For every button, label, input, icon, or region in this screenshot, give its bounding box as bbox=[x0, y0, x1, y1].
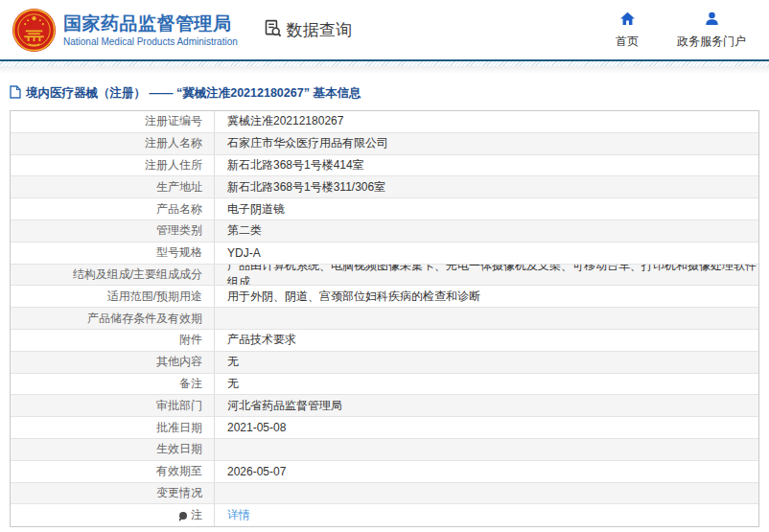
table-row: 注册证编号冀械注准20212180267 bbox=[11, 111, 758, 133]
header-divider-fade bbox=[0, 66, 769, 74]
row-value: 产品技术要求 bbox=[215, 330, 758, 351]
row-label: 其他内容 bbox=[11, 352, 215, 373]
note-icon bbox=[179, 512, 187, 520]
row-value: 新石北路368号1号楼414室 bbox=[215, 155, 758, 176]
user-icon bbox=[704, 11, 720, 31]
nav-home[interactable]: 首页 bbox=[616, 11, 639, 50]
table-row: 结构及组成/主要组成成分产品由计算机系统、电脑视频图像采集卡、光电一体摄像机及支… bbox=[11, 265, 758, 287]
row-value: 河北省药品监督管理局 bbox=[215, 395, 758, 416]
row-label: 附件 bbox=[11, 330, 215, 351]
row-label: 有效期至 bbox=[11, 461, 215, 482]
table-row: 注册人名称石家庄市华众医疗用品有限公司 bbox=[11, 133, 758, 155]
table-row: 有效期至2026-05-07 bbox=[11, 461, 758, 483]
row-value: 用于外阴、阴道、宫颈部位妇科疾病的检查和诊断 bbox=[215, 286, 758, 307]
org-name-en: National Medical Products Administration bbox=[63, 36, 238, 47]
row-label-text: 审批部门 bbox=[156, 398, 202, 414]
row-label: 产品名称 bbox=[11, 198, 215, 220]
row-label-text: 生效日期 bbox=[156, 441, 202, 457]
document-icon bbox=[10, 85, 21, 102]
table-row: 其他内容无 bbox=[11, 352, 758, 374]
table-row: 审批部门河北省药品监督管理局 bbox=[11, 395, 758, 417]
table-row: 变更情况 bbox=[11, 483, 758, 505]
row-label-text: 有效期至 bbox=[156, 463, 202, 479]
row-label: 适用范围/预期用途 bbox=[11, 286, 215, 307]
header-nav: 首页 政务服务门户 bbox=[616, 11, 746, 50]
table-row: 生效日期 bbox=[11, 439, 758, 461]
row-label: 备注 bbox=[11, 374, 215, 395]
row-value: 电子阴道镜 bbox=[215, 198, 758, 220]
row-value: YDJ-A bbox=[215, 243, 758, 264]
row-label-text: 生产地址 bbox=[156, 179, 202, 196]
row-label-text: 注册证编号 bbox=[145, 113, 202, 129]
nav-gov-portal[interactable]: 政务服务门户 bbox=[677, 11, 746, 50]
breadcrumb: 境内医疗器械（注册） —— “冀械注准20212180267” 基本信息 bbox=[10, 83, 759, 103]
row-label-text: 注册人名称 bbox=[145, 135, 202, 151]
row-value: 无 bbox=[215, 352, 758, 373]
national-emblem-icon bbox=[12, 8, 57, 53]
row-label-text: 备注 bbox=[179, 376, 202, 392]
row-label: 生效日期 bbox=[11, 439, 215, 460]
row-value bbox=[215, 483, 758, 504]
org-title-block: 国家药品监督管理局 National Medical Products Admi… bbox=[63, 12, 238, 47]
row-label-text: 附件 bbox=[179, 332, 202, 348]
row-label-text: 批准日期 bbox=[156, 420, 202, 436]
row-value: 2026-05-07 bbox=[215, 461, 758, 482]
row-value bbox=[215, 439, 758, 460]
row-label: 审批部门 bbox=[11, 395, 215, 416]
header-divider-band bbox=[0, 59, 769, 66]
row-label: 注册人住所 bbox=[11, 155, 215, 176]
row-label: 变更情况 bbox=[11, 483, 215, 504]
breadcrumb-text: 境内医疗器械（注册） —— “冀械注准20212180267” 基本信息 bbox=[26, 85, 361, 102]
row-label: 产品储存条件及有效期 bbox=[11, 308, 215, 329]
row-value: 2021-05-08 bbox=[215, 417, 758, 438]
org-name-cn: 国家药品监督管理局 bbox=[63, 12, 238, 35]
row-value: 冀械注准20212180267 bbox=[215, 111, 758, 132]
detail-link[interactable]: 详情 bbox=[227, 507, 250, 523]
row-label: 注 bbox=[11, 504, 215, 526]
row-label-text: 管理类别 bbox=[156, 222, 202, 239]
info-table: 注册证编号冀械注准20212180267注册人名称石家庄市华众医疗用品有限公司注… bbox=[10, 110, 759, 527]
home-icon bbox=[619, 11, 636, 31]
data-query-label: 数据查询 bbox=[287, 19, 352, 41]
table-row: 注详情 bbox=[11, 504, 758, 526]
row-label: 管理类别 bbox=[11, 220, 215, 242]
row-label-text: 注 bbox=[191, 507, 202, 523]
table-row: 型号规格YDJ-A bbox=[11, 243, 758, 265]
data-query-tab[interactable]: 数据查询 bbox=[263, 18, 352, 42]
row-label: 注册人名称 bbox=[11, 133, 215, 154]
row-label-text: 适用范围/预期用途 bbox=[107, 289, 202, 305]
row-label: 结构及组成/主要组成成分 bbox=[11, 265, 215, 286]
row-label: 型号规格 bbox=[11, 243, 215, 264]
row-label-text: 结构及组成/主要组成成分 bbox=[73, 266, 202, 283]
doc-search-icon bbox=[263, 18, 283, 42]
row-value: 第二类 bbox=[215, 220, 758, 242]
table-row: 产品储存条件及有效期 bbox=[11, 308, 758, 330]
table-row: 备注无 bbox=[11, 374, 758, 396]
row-value: 石家庄市华众医疗用品有限公司 bbox=[215, 133, 758, 154]
row-label: 生产地址 bbox=[11, 176, 215, 197]
row-label-text: 其他内容 bbox=[156, 354, 202, 370]
row-value: 无 bbox=[215, 374, 758, 395]
table-row: 生产地址新石北路368号1号楼311/306室 bbox=[11, 176, 758, 198]
table-row: 管理类别第二类 bbox=[11, 220, 758, 243]
row-label-text: 变更情况 bbox=[156, 485, 202, 501]
nav-gov-portal-label: 政务服务门户 bbox=[677, 34, 746, 50]
row-label-text: 型号规格 bbox=[156, 244, 202, 261]
row-value: 新石北路368号1号楼311/306室 bbox=[215, 176, 758, 197]
table-row: 附件产品技术要求 bbox=[11, 330, 758, 352]
table-row: 批准日期2021-05-08 bbox=[11, 417, 758, 439]
table-row: 注册人住所新石北路368号1号楼414室 bbox=[11, 155, 758, 177]
row-value: 产品由计算机系统、电脑视频图像采集卡、光电一体摄像机及支架、可移动台车、打印机和… bbox=[215, 265, 758, 286]
row-value bbox=[215, 308, 758, 329]
table-row: 产品名称电子阴道镜 bbox=[11, 198, 758, 220]
row-label: 批准日期 bbox=[11, 417, 215, 438]
page-header: 国家药品监督管理局 National Medical Products Admi… bbox=[0, 0, 769, 59]
row-label-text: 注册人住所 bbox=[145, 157, 202, 173]
row-value: 详情 bbox=[215, 504, 758, 526]
row-label-text: 产品储存条件及有效期 bbox=[87, 311, 202, 327]
table-row: 适用范围/预期用途用于外阴、阴道、宫颈部位妇科疾病的检查和诊断 bbox=[11, 286, 758, 308]
row-label: 注册证编号 bbox=[11, 111, 215, 132]
row-label-text: 产品名称 bbox=[156, 201, 202, 218]
nav-home-label: 首页 bbox=[616, 34, 639, 50]
